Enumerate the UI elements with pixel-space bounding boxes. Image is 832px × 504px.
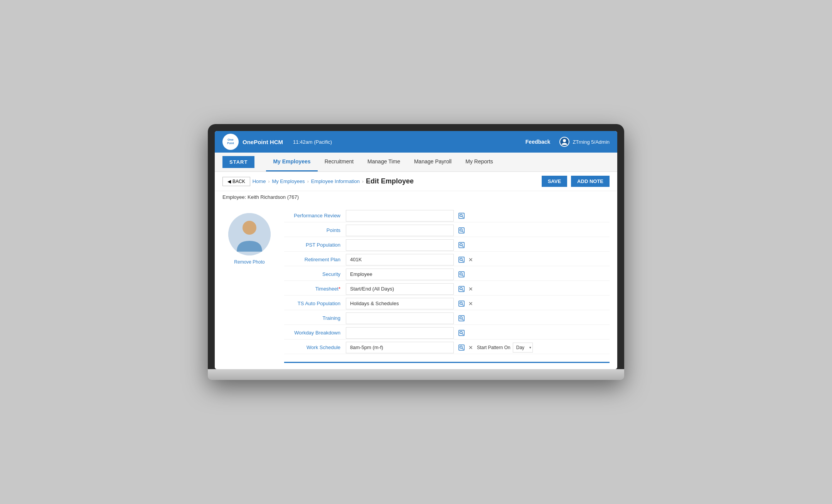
svg-point-31 bbox=[460, 331, 462, 334]
save-button[interactable]: SAVE bbox=[542, 176, 567, 187]
breadcrumb-sep-3: › bbox=[362, 179, 364, 184]
control-work-schedule: 8am-5pm (m-f) bbox=[346, 342, 454, 353]
svg-line-26 bbox=[462, 304, 464, 306]
control-training bbox=[346, 312, 454, 324]
icons-security bbox=[457, 270, 466, 279]
label-training: Training bbox=[284, 315, 346, 321]
user-icon bbox=[559, 137, 569, 147]
svg-point-16 bbox=[460, 258, 462, 260]
pattern-area: Start Pattern On Day ▾ bbox=[477, 343, 533, 353]
clear-ts-auto-population[interactable]: ✕ bbox=[468, 301, 473, 307]
icons-points bbox=[457, 226, 466, 235]
nav-item-recruitment[interactable]: Recruitment bbox=[318, 153, 360, 171]
laptop-frame: One Point OnePoint HCM 11:42am (Pacific)… bbox=[208, 124, 624, 380]
icons-ts-auto-population: ✕ bbox=[457, 299, 473, 308]
select-timesheet[interactable]: Start/End (All Days) bbox=[346, 283, 454, 295]
add-note-button[interactable]: ADD NOTE bbox=[571, 176, 610, 187]
select-work-schedule[interactable]: 8am-5pm (m-f) bbox=[346, 342, 454, 353]
form-row-training: Training bbox=[284, 312, 610, 325]
back-button[interactable]: ◀ BACK bbox=[222, 177, 250, 186]
nav-item-manage-payroll[interactable]: Manage Payroll bbox=[407, 153, 458, 171]
employee-photo bbox=[228, 213, 271, 255]
label-workday-breakdown: Workday Breakdown bbox=[284, 330, 346, 336]
svg-text:Point: Point bbox=[227, 142, 234, 144]
lookup-icon-timesheet[interactable] bbox=[457, 284, 466, 294]
breadcrumb-sep-2: › bbox=[307, 179, 309, 184]
back-arrow-icon: ◀ bbox=[227, 179, 231, 184]
breadcrumb-employee-info[interactable]: Employee Information bbox=[311, 178, 360, 184]
start-button[interactable]: START bbox=[222, 156, 254, 168]
icons-work-schedule: ✕ bbox=[457, 343, 473, 352]
icons-pst-population bbox=[457, 240, 466, 250]
svg-line-35 bbox=[462, 348, 464, 349]
breadcrumb-sep-1: › bbox=[268, 179, 269, 184]
laptop-base bbox=[208, 369, 624, 380]
breadcrumb-my-employees[interactable]: My Employees bbox=[272, 178, 305, 184]
logo-area: One Point OnePoint HCM 11:42am (Pacific) bbox=[222, 134, 332, 150]
label-ts-auto-population: TS Auto Population bbox=[284, 301, 346, 306]
form-row-ts-auto-population: TS Auto Population Holidays & Schedules bbox=[284, 297, 610, 310]
pattern-select-wrap: Day ▾ bbox=[513, 343, 533, 353]
select-retirement-plan[interactable]: 401K bbox=[346, 254, 454, 265]
navbar: START My Employees Recruitment Manage Ti… bbox=[215, 153, 617, 172]
lookup-icon-pst-population[interactable] bbox=[457, 240, 466, 250]
svg-line-32 bbox=[462, 333, 464, 335]
select-training[interactable] bbox=[346, 312, 454, 324]
label-timesheet: Timesheet bbox=[284, 286, 346, 292]
select-ts-auto-population[interactable]: Holidays & Schedules bbox=[346, 298, 454, 309]
svg-point-34 bbox=[460, 346, 462, 348]
breadcrumb-home[interactable]: Home bbox=[253, 178, 266, 184]
control-timesheet: Start/End (All Days) bbox=[346, 283, 454, 295]
svg-point-10 bbox=[460, 229, 462, 231]
nav-item-my-reports[interactable]: My Reports bbox=[458, 153, 500, 171]
clear-retirement-plan[interactable]: ✕ bbox=[468, 257, 473, 263]
svg-line-23 bbox=[462, 289, 464, 291]
svg-point-22 bbox=[460, 287, 462, 290]
lookup-icon-training[interactable] bbox=[457, 314, 466, 323]
nav-item-my-employees[interactable]: My Employees bbox=[266, 153, 317, 171]
control-workday-breakdown bbox=[346, 327, 454, 339]
control-performance-review bbox=[346, 210, 454, 222]
control-pst-population bbox=[346, 239, 454, 251]
svg-line-8 bbox=[462, 216, 464, 218]
svg-point-5 bbox=[243, 221, 256, 235]
select-pst-population[interactable] bbox=[346, 239, 454, 251]
control-ts-auto-population: Holidays & Schedules bbox=[346, 298, 454, 309]
lookup-icon-points[interactable] bbox=[457, 226, 466, 235]
clear-timesheet[interactable]: ✕ bbox=[468, 286, 473, 292]
lookup-icon-retirement-plan[interactable] bbox=[457, 255, 466, 264]
user-area: ZTrning 5/Admin bbox=[559, 137, 610, 147]
select-points[interactable] bbox=[346, 225, 454, 236]
feedback-button[interactable]: Feedback bbox=[525, 139, 551, 145]
bottom-border bbox=[284, 362, 610, 363]
form-row-retirement-plan: Retirement Plan 401K bbox=[284, 253, 610, 266]
svg-point-7 bbox=[460, 214, 462, 217]
svg-line-20 bbox=[462, 275, 464, 276]
remove-photo-link[interactable]: Remove Photo bbox=[234, 259, 264, 265]
svg-line-11 bbox=[462, 231, 464, 232]
icons-training bbox=[457, 314, 466, 323]
logo-icon: One Point bbox=[222, 134, 239, 150]
app-title: OnePoint HCM bbox=[243, 139, 283, 145]
select-security[interactable]: Employee bbox=[346, 269, 454, 280]
svg-point-13 bbox=[460, 244, 462, 246]
select-workday-breakdown[interactable] bbox=[346, 327, 454, 339]
label-retirement-plan: Retirement Plan bbox=[284, 257, 346, 262]
lookup-icon-performance-review[interactable] bbox=[457, 211, 466, 220]
lookup-icon-workday-breakdown[interactable] bbox=[457, 328, 466, 338]
icons-timesheet: ✕ bbox=[457, 284, 473, 294]
select-performance-review[interactable] bbox=[346, 210, 454, 222]
lookup-icon-ts-auto-population[interactable] bbox=[457, 299, 466, 308]
lookup-icon-work-schedule[interactable] bbox=[457, 343, 466, 352]
pattern-select[interactable]: Day bbox=[513, 343, 533, 353]
label-points: Points bbox=[284, 227, 346, 233]
clear-work-schedule[interactable]: ✕ bbox=[468, 344, 473, 351]
form-section: Performance Review bbox=[284, 209, 610, 363]
icons-performance-review bbox=[457, 211, 466, 220]
form-row-points: Points bbox=[284, 224, 610, 237]
nav-item-manage-time[interactable]: Manage Time bbox=[360, 153, 407, 171]
control-retirement-plan: 401K bbox=[346, 254, 454, 265]
label-pst-population: PST Population bbox=[284, 242, 346, 248]
lookup-icon-security[interactable] bbox=[457, 270, 466, 279]
breadcrumb-bar: ◀ BACK Home › My Employees › Employee In… bbox=[215, 172, 617, 191]
